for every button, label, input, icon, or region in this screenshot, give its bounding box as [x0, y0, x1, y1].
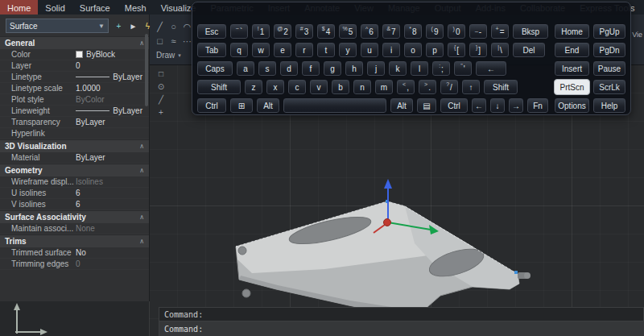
property-value[interactable]: 6	[76, 200, 149, 209]
key-blank[interactable]: ~`	[229, 23, 249, 39]
rectangle-tool-icon[interactable]: □	[152, 68, 170, 80]
key-blank[interactable]: |\	[490, 42, 510, 58]
key-x[interactable]: x	[266, 79, 285, 95]
key-arrow-down[interactable]: ↓	[489, 97, 506, 114]
key-0[interactable]: )0	[447, 23, 466, 39]
key-5[interactable]: %5	[338, 23, 357, 39]
line-icon[interactable]: ╱	[153, 19, 167, 34]
key-k[interactable]: k	[388, 60, 407, 77]
key-7[interactable]: &7	[382, 23, 401, 39]
key-p[interactable]: p	[425, 42, 444, 58]
key-ctrl[interactable]: Ctrl	[440, 97, 469, 114]
key-v[interactable]: v	[309, 79, 328, 95]
key-o[interactable]: o	[403, 42, 423, 58]
property-value[interactable]: Isolines	[76, 177, 149, 186]
key-f[interactable]: f	[301, 60, 320, 77]
quick-select-icon[interactable]: ϟ	[142, 20, 154, 32]
key-c[interactable]: c	[287, 79, 307, 95]
key-shift[interactable]: Shift	[483, 79, 518, 95]
key-j[interactable]: j	[366, 60, 386, 77]
key-e[interactable]: e	[273, 42, 292, 58]
property-value[interactable]: ByColor	[76, 95, 149, 104]
command-input[interactable]: Command:	[159, 321, 644, 336]
key-y[interactable]: y	[338, 42, 357, 58]
section-header-general[interactable]: General∧	[0, 36, 149, 49]
key-i[interactable]: i	[382, 42, 401, 58]
key-menu[interactable]: ▤	[416, 97, 437, 114]
key-pgup[interactable]: PgUp	[592, 23, 626, 39]
property-value[interactable]: 1.0000	[76, 84, 149, 93]
key-bksp[interactable]: Bksp	[512, 23, 549, 39]
property-value[interactable]: 0	[76, 61, 149, 70]
key-m[interactable]: m	[374, 79, 394, 95]
property-value[interactable]: ByLayer	[76, 118, 149, 127]
key-a[interactable]: a	[236, 60, 255, 77]
tab-home[interactable]: Home	[0, 0, 38, 15]
pickadd-toggle-icon[interactable]: +	[113, 20, 125, 32]
key-tab[interactable]: Tab	[196, 42, 227, 58]
key-del[interactable]: Del	[512, 42, 546, 58]
key-pgdn[interactable]: PgDn	[592, 42, 626, 58]
hatch-tool-icon[interactable]: +	[152, 107, 170, 118]
key-z[interactable]: z	[244, 79, 263, 95]
tab-surface[interactable]: Surface	[72, 0, 118, 15]
key-blank[interactable]: :;	[431, 60, 451, 77]
key-s[interactable]: s	[258, 60, 277, 77]
circle-icon[interactable]: ○	[167, 19, 180, 34]
key-prtscn[interactable]: PrtScn	[554, 79, 590, 95]
key-1[interactable]: !1	[251, 23, 270, 39]
property-value[interactable]: None	[76, 224, 149, 233]
section-header-3d-visualization[interactable]: 3D Visualization∧	[0, 139, 149, 152]
key-alt[interactable]: Alt	[390, 97, 414, 114]
property-value[interactable]: ByBlock	[76, 50, 149, 59]
property-value[interactable]: ByLayer	[76, 106, 149, 115]
key-l[interactable]: l	[410, 60, 429, 77]
property-value[interactable]: No	[76, 248, 149, 257]
key-blank[interactable]: _-	[469, 23, 488, 39]
key-alt[interactable]: Alt	[256, 97, 280, 114]
key-q[interactable]: q	[229, 42, 249, 58]
key-g[interactable]: g	[323, 60, 342, 77]
draw-panel-button[interactable]: Draw ▾	[156, 51, 181, 60]
key-blank[interactable]: >.	[418, 79, 437, 95]
key-pause[interactable]: Pause	[592, 60, 626, 77]
key-insert[interactable]: Insert	[554, 60, 590, 77]
key-2[interactable]: @2	[273, 23, 292, 39]
key-blank[interactable]: {[	[447, 42, 466, 58]
key-esc[interactable]: Esc	[196, 23, 227, 39]
key-ctrl[interactable]: Ctrl	[196, 97, 227, 114]
key-6[interactable]: ^6	[360, 23, 379, 39]
key-arrow-up[interactable]: ↑	[461, 79, 481, 95]
point-tool-icon[interactable]: ⊙	[152, 81, 170, 93]
key-caps[interactable]: Caps	[196, 60, 233, 77]
key-blank[interactable]: "'	[453, 60, 473, 77]
key-d[interactable]: d	[279, 60, 299, 77]
key-h[interactable]: h	[345, 60, 364, 77]
tab-mesh[interactable]: Mesh	[118, 0, 154, 15]
polyline-icon[interactable]: ≈	[167, 34, 180, 48]
section-header-surface-associativity[interactable]: Surface Associativity∧	[0, 210, 149, 223]
key-r[interactable]: r	[295, 42, 314, 58]
key-end[interactable]: End	[554, 42, 590, 58]
line-tool-icon[interactable]: ╱	[152, 94, 170, 106]
key-arrow-right[interactable]: →	[508, 97, 524, 114]
key-n[interactable]: n	[353, 79, 372, 95]
key-scrlk[interactable]: ScrLk	[592, 79, 626, 95]
key-u[interactable]: u	[360, 42, 379, 58]
key-enter[interactable]: ←	[475, 60, 507, 77]
property-value[interactable]: ByLayer	[76, 73, 149, 81]
select-objects-icon[interactable]: ►	[127, 20, 139, 32]
key-blank[interactable]: +=	[490, 23, 510, 39]
key-blank[interactable]: ?/	[440, 79, 459, 95]
key-8[interactable]: *8	[403, 23, 423, 39]
key-b[interactable]: b	[331, 79, 350, 95]
key-3[interactable]: #3	[295, 23, 314, 39]
section-header-geometry[interactable]: Geometry∧	[0, 164, 149, 176]
tab-solid[interactable]: Solid	[38, 0, 72, 15]
key-options[interactable]: Options	[554, 97, 590, 114]
property-value[interactable]: ByLayer	[76, 153, 149, 162]
key-4[interactable]: $4	[316, 23, 336, 39]
key-arrow-left[interactable]: ←	[471, 97, 487, 114]
key-home[interactable]: Home	[554, 23, 590, 39]
key-fn[interactable]: Fn	[526, 97, 549, 114]
